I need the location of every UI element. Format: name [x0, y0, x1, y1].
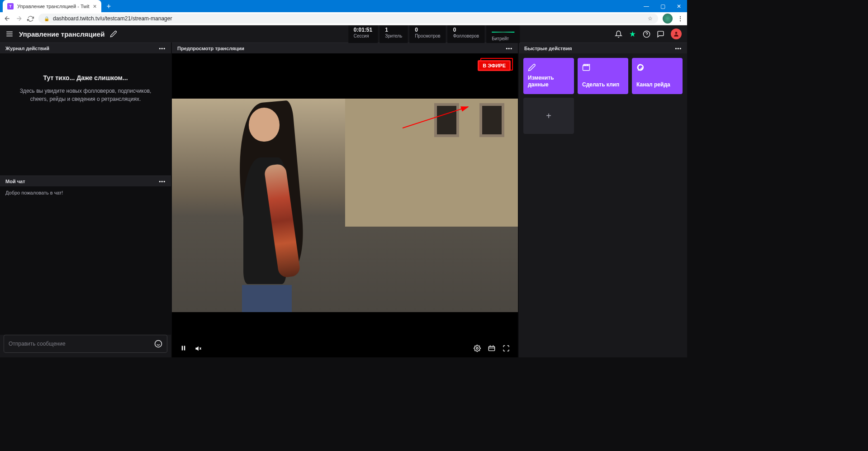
volume-button[interactable]	[195, 345, 203, 352]
close-tab-icon[interactable]: ×	[93, 3, 96, 10]
browser-tab[interactable]: T Управление трансляцией - Twit ×	[3, 0, 101, 12]
stream-stats: 0:01:51 Сессия 1 Зритель 0 Просмотров 0 …	[348, 25, 520, 43]
chat-panel-title: Мой чат	[5, 179, 25, 184]
twitch-favicon-icon: T	[7, 3, 14, 9]
window-controls: — ▢ ✕	[638, 0, 687, 12]
extension-avatar-icon[interactable]	[663, 14, 673, 24]
stat-views-label: Просмотров	[415, 33, 441, 38]
browser-title-bar: T Управление трансляцией - Twit × + — ▢ …	[0, 0, 687, 12]
emote-picker-button[interactable]	[154, 340, 162, 348]
chat-input[interactable]	[9, 341, 151, 347]
quick-actions-menu-button[interactable]: •••	[675, 46, 682, 51]
tab-strip: T Управление трансляцией - Twit × +	[0, 0, 111, 12]
chat-panel-header: Мой чат •••	[0, 176, 171, 186]
activity-panel-title: Журнал действий	[5, 46, 49, 51]
svg-rect-9	[489, 347, 494, 351]
stat-viewers-label: Зритель	[385, 33, 402, 38]
svg-rect-6	[182, 346, 183, 350]
forward-button[interactable]	[15, 15, 23, 22]
new-tab-button[interactable]: +	[107, 2, 111, 10]
activity-feed-empty: Тут тихо... Даже слишком... Здесь вы уви…	[0, 53, 171, 176]
stat-viewers-value: 1	[385, 27, 402, 33]
stat-views: 0 Просмотров	[409, 25, 446, 43]
edit-title-button[interactable]	[110, 30, 117, 38]
stat-followers: 0 Фолловеров	[448, 25, 485, 43]
chat-panel-menu-button[interactable]: •••	[159, 179, 166, 184]
bookmark-star-icon[interactable]: ☆	[648, 15, 653, 22]
bitrate-chart-icon	[492, 27, 514, 35]
stream-preview: В ЭФИРЕ	[172, 53, 518, 357]
quick-actions-title: Быстрые действия	[524, 46, 572, 51]
preview-panel-menu-button[interactable]: •••	[506, 46, 512, 51]
chat-messages: Добро пожаловать в чат!	[0, 186, 171, 335]
stat-bitrate: Битрейт	[486, 25, 520, 43]
annotation-arrow-icon	[400, 103, 473, 130]
notifications-button[interactable]	[615, 30, 622, 38]
stream-video-frame	[172, 99, 518, 312]
stat-followers-label: Фолловеров	[453, 33, 479, 38]
browser-nav-bar: 🔒 dashboard.twitch.tv/u/testcam21/stream…	[0, 12, 687, 25]
reload-button[interactable]	[27, 15, 34, 22]
plus-icon: +	[546, 111, 551, 121]
svg-point-8	[476, 347, 478, 349]
qa-add-action[interactable]: +	[523, 98, 574, 134]
settings-button[interactable]	[474, 345, 481, 352]
svg-line-5	[403, 107, 468, 128]
close-window-button[interactable]: ✕	[671, 0, 687, 12]
activity-panel-header: Журнал действий •••	[0, 43, 171, 53]
user-avatar[interactable]	[671, 28, 682, 39]
preview-panel-title: Предпросмотр трансляции	[177, 46, 244, 51]
address-bar[interactable]: 🔒 dashboard.twitch.tv/u/testcam21/stream…	[38, 14, 658, 24]
svg-rect-10	[583, 66, 590, 71]
stat-views-value: 0	[415, 27, 441, 33]
url-text: dashboard.twitch.tv/u/testcam21/stream-m…	[53, 15, 172, 22]
quick-actions-panel-header: Быстрые действия •••	[519, 43, 687, 53]
live-badge: В ЭФИРЕ	[478, 60, 511, 71]
qa-make-clip[interactable]: Сделать клип	[578, 58, 628, 94]
chat-welcome-message: Добро пожаловать в чат!	[5, 190, 166, 195]
stat-bitrate-label: Битрейт	[492, 36, 514, 41]
stat-viewers: 1 Зритель	[379, 25, 408, 43]
help-button[interactable]	[643, 30, 650, 38]
pencil-icon	[528, 63, 569, 71]
page-title: Управление трансляцией	[19, 30, 104, 38]
stat-session: 0:01:51 Сессия	[348, 25, 378, 43]
quick-actions-grid: Изменить данные Сделать клип Канал рейда…	[519, 53, 687, 138]
qa-clip-label: Сделать клип	[582, 81, 624, 89]
hamburger-menu-button[interactable]	[5, 30, 14, 38]
activity-panel-menu-button[interactable]: •••	[159, 46, 166, 51]
stat-session-value: 0:01:51	[354, 27, 372, 33]
fullscreen-button[interactable]	[503, 345, 510, 352]
clip-button[interactable]	[488, 345, 495, 352]
browser-menu-button[interactable]: ⋮	[677, 15, 683, 22]
clapper-icon	[582, 63, 624, 71]
minimize-button[interactable]: —	[638, 0, 655, 12]
lock-icon: 🔒	[44, 16, 49, 21]
qa-raid[interactable]: Канал рейда	[632, 58, 683, 94]
qa-raid-label: Канал рейда	[636, 81, 678, 89]
moments-button[interactable]	[629, 30, 636, 38]
activity-empty-title: Тут тихо... Даже слишком...	[43, 74, 128, 81]
svg-point-4	[155, 341, 162, 347]
raid-icon	[636, 63, 678, 71]
maximize-button[interactable]: ▢	[655, 0, 671, 12]
chat-input-container	[4, 335, 167, 353]
stat-session-label: Сессия	[354, 33, 372, 38]
whispers-button[interactable]	[657, 30, 664, 38]
pause-button[interactable]	[180, 345, 187, 352]
qa-edit-label: Изменить данные	[528, 75, 569, 89]
stat-followers-value: 0	[453, 27, 479, 33]
player-controls	[172, 339, 518, 357]
svg-rect-7	[184, 346, 185, 350]
qa-edit-info[interactable]: Изменить данные	[523, 58, 574, 94]
back-button[interactable]	[4, 15, 11, 22]
preview-panel-header: Предпросмотр трансляции •••	[172, 43, 518, 53]
tab-title: Управление трансляцией - Twit	[17, 4, 89, 9]
activity-empty-description: Здесь вы увидите новых фолловеров, подпи…	[13, 87, 158, 103]
app-header: Управление трансляцией 0:01:51 Сессия 1 …	[0, 25, 687, 43]
